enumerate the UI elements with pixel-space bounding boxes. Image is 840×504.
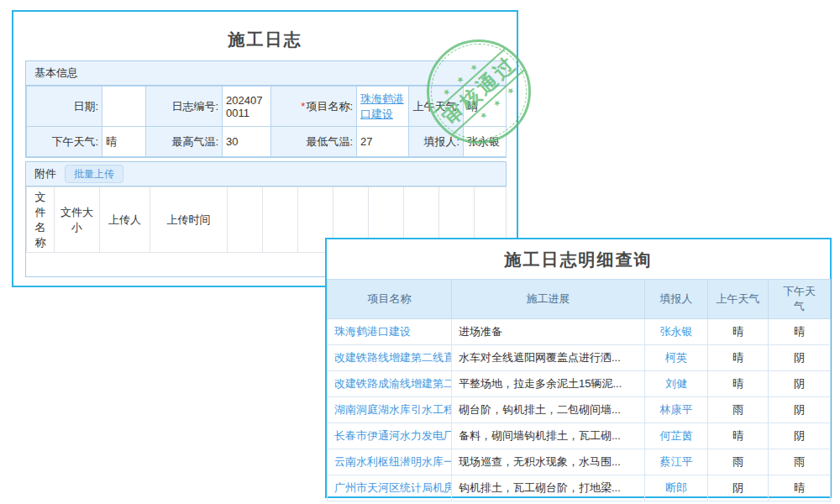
- table-row: 长春市伊通河水力发电厂改建工备料，砌间墙钩机排土，瓦工砌...何芷茵晴阴: [328, 423, 831, 449]
- project-name-link[interactable]: 长春市伊通河水力发电厂改建工: [328, 423, 452, 449]
- col-reporter: 填报人: [645, 280, 708, 319]
- progress-text: 钩机排土，瓦工砌台阶，打地梁...: [452, 475, 645, 501]
- log-number-value: 2024070011: [223, 87, 271, 127]
- progress-text: 平整场地，拉走多余泥土15辆泥...: [452, 371, 645, 397]
- attachment-col-filename: 文件名称: [27, 187, 55, 253]
- col-pm-weather: 下午天气: [769, 280, 831, 319]
- project-name-label: *项目名称:: [271, 87, 357, 127]
- detail-table-header-row: 项目名称 施工进展 填报人 上午天气 下午天气: [328, 280, 831, 319]
- table-row: 改建铁路成渝线增建第二直通线平整场地，拉走多余泥土15辆泥...刘健晴阴: [328, 371, 831, 397]
- pm-weather-value: 阴: [769, 345, 831, 371]
- progress-text: 进场准备: [452, 319, 645, 345]
- basic-info-section-header: 基本信息: [26, 61, 506, 86]
- reporter-link[interactable]: 何芷茵: [645, 423, 708, 449]
- pm-weather-value: 晴: [769, 475, 831, 501]
- progress-text: 水车对全线遮阳网覆盖点进行洒...: [452, 345, 645, 371]
- required-mark: *: [301, 100, 305, 113]
- project-name-link[interactable]: 广州市天河区统计局机房改造项: [328, 475, 452, 501]
- max-temp-label: 最高气温:: [146, 127, 223, 157]
- basic-info-title: 基本信息: [34, 63, 78, 83]
- page-title: 施工日志: [13, 12, 517, 51]
- basic-info-section: 基本信息 日期: 日志编号: 2024070011 *项目名称: 珠海鹤港口建设…: [25, 60, 507, 158]
- table-row: 云南水利枢纽潜明水库一期工程现场巡查，无积水现象，水马围...蔡江平雨雨: [328, 449, 831, 475]
- log-detail-query-panel: 施工日志明细查询 项目名称 施工进展 填报人 上午天气 下午天气 珠海鹤港口建设…: [325, 238, 832, 498]
- reporter-link[interactable]: 柯英: [645, 345, 708, 371]
- reporter-link[interactable]: 蔡江平: [645, 449, 708, 475]
- progress-text: 现场巡查，无积水现象，水马围...: [452, 449, 645, 475]
- col-am-weather: 上午天气: [708, 280, 769, 319]
- reporter-label: 填报人:: [409, 127, 464, 157]
- reporter-link[interactable]: 张永银: [645, 319, 708, 345]
- min-temp-value: 27: [357, 127, 409, 157]
- table-row: 湖南洞庭湖水库引水工程施工项砌台阶，钩机排土，二包砌间墙...林康平雨阴: [328, 397, 831, 423]
- max-temp-value: 30: [223, 127, 271, 157]
- am-weather-value: 晴: [708, 371, 769, 397]
- attachments-title: 附件: [34, 164, 56, 184]
- am-weather-value: 晴: [708, 319, 769, 345]
- reporter-link[interactable]: 林康平: [645, 397, 708, 423]
- table-row: 珠海鹤港口建设进场准备张永银晴晴: [328, 319, 831, 345]
- project-name-cell: 珠海鹤港口建设: [357, 87, 409, 127]
- pm-weather-value: 雨: [769, 449, 831, 475]
- attachments-section-header: 附件 批量上传: [26, 162, 506, 186]
- progress-text: 备料，砌间墙钩机排土，瓦工砌...: [452, 423, 645, 449]
- am-weather-value: 雨: [708, 397, 769, 423]
- attachment-empty-column: [263, 187, 298, 253]
- table-row: 改建铁路线增建第二线直通线水车对全线遮阳网覆盖点进行洒...柯英晴阴: [328, 345, 831, 371]
- am-weather-value: 雨: [708, 449, 769, 475]
- attachment-empty-column: [228, 187, 263, 253]
- project-name-link[interactable]: 改建铁路成渝线增建第二直通线: [328, 371, 452, 397]
- pm-weather-value: 晴: [769, 319, 831, 345]
- am-weather-value: 晴: [708, 423, 769, 449]
- reporter-link[interactable]: 断郎: [645, 475, 708, 501]
- am-weather-value: 晴: [464, 87, 507, 127]
- pm-weather-value: 阴: [769, 397, 831, 423]
- min-temp-label: 最低气温:: [271, 127, 357, 157]
- project-name-link[interactable]: 珠海鹤港口建设: [328, 319, 452, 345]
- col-progress: 施工进展: [452, 280, 645, 319]
- detail-query-title: 施工日志明细查询: [327, 239, 830, 279]
- am-weather-label: 上午天气:: [409, 87, 464, 127]
- progress-text: 砌台阶，钩机排土，二包砌间墙...: [452, 397, 645, 423]
- table-row: 广州市天河区统计局机房改造项钩机排土，瓦工砌台阶，打地梁...断郎阴晴: [328, 475, 831, 501]
- am-weather-value: 阴: [708, 475, 769, 501]
- attachment-col-uploader: 上传人: [100, 187, 150, 253]
- project-name-link[interactable]: 云南水利枢纽潜明水库一期工程: [328, 449, 452, 475]
- reporter-link[interactable]: 刘健: [645, 371, 708, 397]
- col-project-name: 项目名称: [328, 280, 452, 319]
- reporter-value: 张永银: [464, 127, 507, 157]
- project-name-link[interactable]: 湖南洞庭湖水库引水工程施工项: [328, 397, 452, 423]
- attachment-col-filesize: 文件大小: [55, 187, 100, 253]
- pm-weather-value: 阴: [769, 371, 831, 397]
- attachment-col-uploadtime: 上传时间: [150, 187, 228, 253]
- pm-weather-label: 下午天气:: [27, 127, 102, 157]
- pm-weather-value: 晴: [102, 127, 146, 157]
- log-detail-table: 项目名称 施工进展 填报人 上午天气 下午天气 珠海鹤港口建设进场准备张永银晴晴…: [327, 279, 831, 501]
- pm-weather-value: 阴: [769, 423, 831, 449]
- date-field[interactable]: [102, 87, 146, 127]
- basic-info-table: 日期: 日志编号: 2024070011 *项目名称: 珠海鹤港口建设 上午天气…: [26, 86, 507, 157]
- date-label: 日期:: [27, 87, 102, 127]
- am-weather-value: 晴: [708, 345, 769, 371]
- log-number-label: 日志编号:: [146, 87, 223, 127]
- project-name-link[interactable]: 珠海鹤港口建设: [360, 92, 404, 120]
- batch-upload-button[interactable]: 批量上传: [65, 165, 123, 183]
- project-name-link[interactable]: 改建铁路线增建第二线直通线: [328, 345, 452, 371]
